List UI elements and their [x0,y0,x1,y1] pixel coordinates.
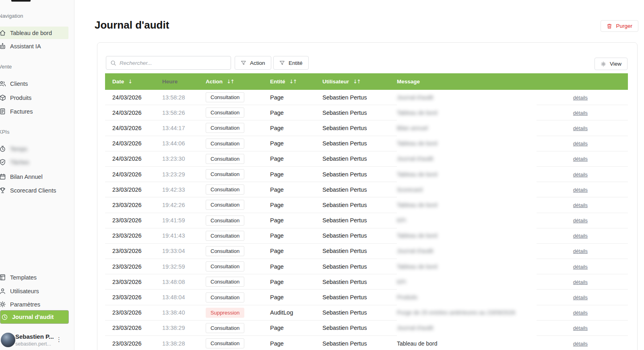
details-link[interactable]: détails [573,187,588,193]
message-text: KPI [397,279,406,285]
action-badge: Consultation [206,292,244,302]
sidebar-item-label: Templates [10,274,37,281]
sidebar-item-journal-audit[interactable]: Journal d'audit [0,310,69,324]
details-link[interactable]: détails [573,280,588,285]
cell-message: Tableau de bord [397,232,548,239]
column-header-date[interactable]: Date↓ [112,79,162,85]
details-link[interactable]: détails [573,325,588,331]
cell-user: Sebastien Pertus [322,340,397,347]
cell-details: détails [548,202,628,208]
details-link[interactable]: détails [573,156,588,162]
details-link[interactable]: détails [573,310,588,316]
details-link[interactable]: détails [573,141,588,147]
column-header-heure[interactable]: Heure [162,79,206,85]
cell-details: détails [548,155,628,162]
view-button[interactable]: View [594,58,627,70]
sidebar-item-utilisateurs[interactable]: Utilisateurs [0,285,68,297]
sidebar-item-produits[interactable]: Produits [0,91,68,104]
table-row: 23/03/2026 19:42:26 Consultation Page Se… [105,197,628,213]
details-link[interactable]: détails [573,95,588,101]
message-text: Journal d'audit [397,94,433,101]
details-link[interactable]: détails [573,295,588,300]
cell-user: Sebastien Pertus [322,140,397,147]
action-badge: Consultation [206,246,244,256]
cell-message: Purge de 25 entrées antérieures au 23/09… [397,309,548,316]
cell-details: détails [548,340,628,347]
message-text: Tableau de bord [397,202,437,208]
message-text: Bilan annuel [397,125,428,131]
sort-both-icon[interactable]: ↓↑ [227,79,234,85]
cell-details: détails [548,94,628,101]
column-header-entite[interactable]: Entité↓↑ [270,79,322,85]
cell-action: Consultation [206,184,270,195]
sidebar-item-kpi-redacted-1[interactable]: Temps [0,143,68,155]
cell-date: 23/03/2026 [112,325,162,331]
sidebar-item-tableau-de-bord[interactable]: Tableau de bord [0,27,68,39]
column-header-utilisateur[interactable]: Utilisateur↓↑ [322,79,397,85]
sidebar-item-clients[interactable]: Clients [0,77,68,90]
cell-entity: Page [270,294,322,300]
sidebar-item-label: Bilan Annuel [10,174,43,180]
sort-desc-icon[interactable]: ↓ [128,79,132,85]
details-link[interactable]: détails [573,110,588,116]
details-link[interactable]: détails [573,126,588,131]
timer-icon [0,145,6,152]
cell-entity: Page [270,186,322,193]
action-badge: Consultation [206,108,244,118]
cell-time: 13:58:26 [162,110,206,116]
cell-message: Tableau de bord [397,110,548,116]
sidebar-item-kpi-redacted-2[interactable]: Tâches [0,156,68,168]
sidebar-item-label: Tâches [10,159,29,166]
details-link[interactable]: détails [573,264,588,270]
table-row: 24/03/2026 13:23:30 Consultation Page Se… [105,151,628,167]
cell-date: 23/03/2026 [112,294,162,300]
sidebar-item-parametres[interactable]: Paramètres [0,298,68,311]
search-icon [110,60,116,66]
sidebar-item-factures[interactable]: Factures [0,105,68,118]
sidebar-item-assistant-ia[interactable]: Assistant IA [0,40,68,52]
details-link[interactable]: détails [573,233,588,239]
details-link[interactable]: détails [573,203,588,208]
user-card[interactable]: Sebastien P... sebastien.pert... ⋮ [1,333,71,350]
cell-user: Sebastien Pertus [322,294,397,300]
page-title: Journal d'audit [95,19,169,31]
details-link[interactable]: détails [573,249,588,254]
filter-entity-button[interactable]: Entité [273,56,309,70]
cell-entity: Page [270,325,322,331]
cell-action: Consultation [206,292,270,302]
cell-time: 19:32:59 [162,263,206,270]
cell-action: Consultation [206,215,270,226]
sidebar-item-bilan-annuel[interactable]: Bilan Annuel [0,170,68,183]
audit-table: Date↓ Heure Action↓↑ Entité↓↑ Utilisateu… [105,73,628,350]
table-row: 23/03/2026 19:41:43 Consultation Page Se… [105,228,628,244]
kebab-menu-icon[interactable]: ⋮ [56,336,62,343]
sidebar-item-templates[interactable]: Templates [0,271,68,284]
sort-both-icon[interactable]: ↓↑ [289,79,297,85]
cell-message: Tableau de bord [397,202,548,208]
cell-date: 24/03/2026 [112,94,162,101]
filter-action-button[interactable]: Action [235,56,271,70]
details-link[interactable]: détails [573,341,588,347]
purge-button[interactable]: Purger [601,20,638,32]
details-link[interactable]: détails [573,218,588,224]
cell-action: Consultation [206,338,270,348]
column-header-message[interactable]: Message [397,79,548,85]
search-input[interactable] [120,56,231,69]
cell-details: détails [548,279,628,285]
sidebar-item-label: Factures [10,108,33,115]
cell-action: Consultation [206,123,270,133]
shield-check-icon [0,159,6,166]
cell-message: Journal d'audit [397,94,548,101]
column-header-action[interactable]: Action↓↑ [206,79,270,85]
cell-details: détails [548,325,628,331]
details-link[interactable]: détails [573,172,588,178]
action-badge: Consultation [206,231,244,241]
cell-user: Sebastien Pertus [322,155,397,162]
sort-both-icon[interactable]: ↓↑ [353,79,360,85]
table-row: 23/03/2026 19:42:33 Consultation Page Se… [105,182,628,197]
table-row: 23/03/2026 13:48:04 Consultation Page Se… [105,290,628,305]
sidebar-item-scorecard-clients[interactable]: Scorecard Clients [0,184,68,197]
action-badge: Consultation [206,338,244,348]
table-row: 23/03/2026 13:38:40 Suppression AuditLog… [105,305,628,321]
table-row: 23/03/2026 19:41:59 Consultation Page Se… [105,213,628,228]
